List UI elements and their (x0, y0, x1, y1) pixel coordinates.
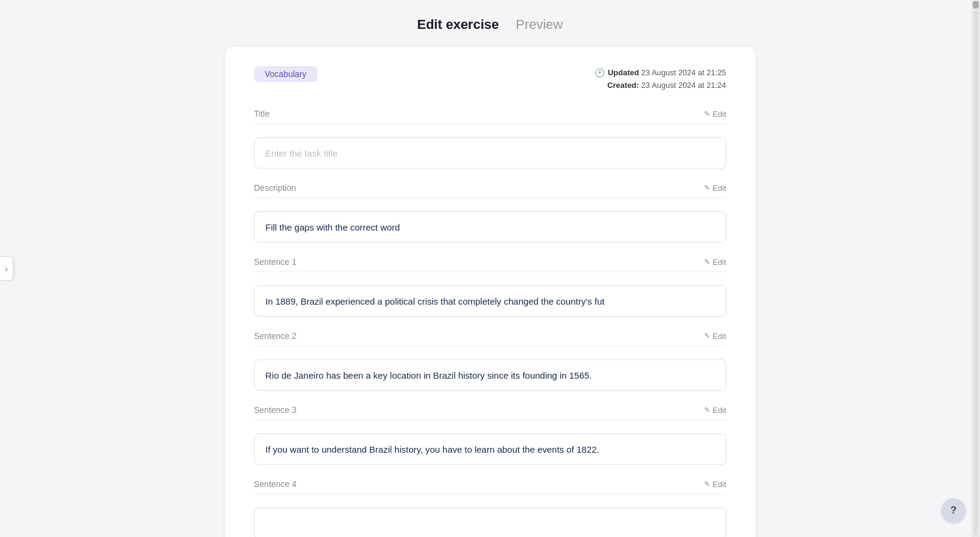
updated-label: Updated 23 August 2024 at 21:25 (608, 67, 726, 79)
divider-4 (254, 420, 726, 420)
field-value-1[interactable]: Fill the gaps with the correct word (254, 211, 726, 243)
field-value-4[interactable]: If you want to understand Brazil history… (254, 433, 726, 465)
divider-5 (254, 494, 726, 494)
exercise-card: Vocabulary 🕐 Updated 23 August 2024 at 2… (225, 47, 755, 537)
edit-label: Edit (713, 258, 726, 267)
edit-button-0[interactable]: ✎Edit (704, 110, 726, 119)
section-description: Description✎EditFill the gaps with the c… (254, 183, 726, 243)
scrollbar-track (974, 11, 978, 535)
edit-label: Edit (713, 406, 726, 415)
edit-button-1[interactable]: ✎Edit (704, 184, 726, 193)
divider-3 (254, 346, 726, 346)
edit-label: Edit (713, 332, 726, 341)
section-sentence-1: Sentence 1✎EditIn 1889, Brazil experienc… (254, 257, 726, 317)
field-value-3[interactable]: Rio de Janeiro has been a key location i… (254, 359, 726, 391)
timestamps: 🕐 Updated 23 August 2024 at 21:25 Create… (595, 66, 726, 92)
divider-2 (254, 272, 726, 272)
edit-button-3[interactable]: ✎Edit (704, 332, 726, 341)
chevron-right-icon: › (5, 264, 7, 273)
field-label-5: Sentence 4 (254, 479, 297, 489)
vocabulary-badge: Vocabulary (254, 66, 317, 82)
section-header-4: Sentence 3✎Edit (254, 405, 726, 415)
section-header-0: Title✎Edit (254, 109, 726, 119)
section-sentence-2: Sentence 2✎EditRio de Janeiro has been a… (254, 331, 726, 391)
tab-edit-exercise[interactable]: Edit exercise (417, 17, 499, 33)
edit-label: Edit (713, 480, 726, 489)
created-time: 23 August 2024 at 21:24 (641, 81, 726, 90)
field-value-2[interactable]: In 1889, Brazil experienced a political … (254, 285, 726, 317)
field-label-2: Sentence 1 (254, 257, 297, 267)
field-label-3: Sentence 2 (254, 331, 297, 341)
created-label: Created: (607, 81, 639, 90)
scrollbar-thumb (973, 1, 979, 8)
pencil-icon: ✎ (704, 480, 710, 488)
section-header-3: Sentence 2✎Edit (254, 331, 726, 341)
scrollbar[interactable] (972, 0, 980, 537)
edit-button-2[interactable]: ✎Edit (704, 258, 726, 267)
divider-0 (254, 123, 726, 124)
field-label-0: Title (254, 109, 270, 119)
field-value-5[interactable] (254, 508, 726, 537)
pencil-icon: ✎ (704, 332, 710, 340)
help-button[interactable]: ? (941, 498, 966, 523)
card-meta: Vocabulary 🕐 Updated 23 August 2024 at 2… (254, 66, 726, 92)
edit-button-5[interactable]: ✎Edit (704, 480, 726, 489)
field-value-0[interactable]: Enter the task title (254, 137, 726, 169)
section-sentence-4: Sentence 4✎Edit (254, 479, 726, 537)
pencil-icon: ✎ (704, 184, 710, 192)
divider-1 (254, 197, 726, 198)
section-header-5: Sentence 4✎Edit (254, 479, 726, 489)
tab-preview[interactable]: Preview (516, 17, 563, 33)
section-header-2: Sentence 1✎Edit (254, 257, 726, 267)
edit-button-4[interactable]: ✎Edit (704, 406, 726, 415)
edit-label: Edit (713, 184, 726, 193)
pencil-icon: ✎ (704, 258, 710, 266)
edit-label: Edit (713, 110, 726, 119)
clock-icon: 🕐 (595, 66, 605, 79)
section-sentence-3: Sentence 3✎EditIf you want to understand… (254, 405, 726, 465)
section-header-1: Description✎Edit (254, 183, 726, 193)
field-label-1: Description (254, 183, 296, 193)
sidebar-toggle[interactable]: › (0, 256, 13, 281)
pencil-icon: ✎ (704, 406, 710, 414)
pencil-icon: ✎ (704, 110, 710, 118)
section-title: Title✎EditEnter the task title (254, 109, 726, 169)
field-label-4: Sentence 3 (254, 405, 297, 415)
page-header: Edit exercise Preview (0, 0, 980, 47)
